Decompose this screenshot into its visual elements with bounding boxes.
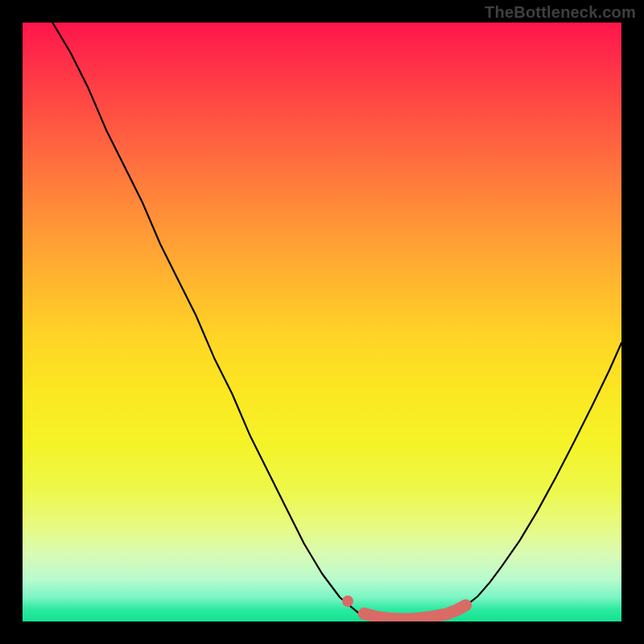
- bottleneck-curve: [52, 23, 621, 619]
- optimal-range-highlight: [364, 605, 465, 619]
- chart-svg: [23, 23, 621, 621]
- watermark-text: TheBottleneck.com: [485, 3, 636, 22]
- chart-frame: TheBottleneck.com: [0, 0, 644, 644]
- highlight-dot: [342, 596, 353, 607]
- plot-area: [23, 23, 621, 621]
